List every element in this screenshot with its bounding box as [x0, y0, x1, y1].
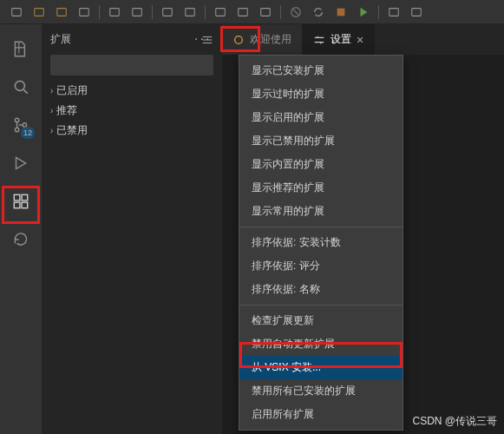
- tree-item-label: 已启用: [56, 83, 88, 98]
- svg-point-17: [15, 128, 18, 131]
- svg-rect-21: [14, 202, 20, 208]
- editor-tab[interactable]: 欢迎使用: [222, 24, 303, 55]
- activity-bar: 12: [0, 24, 42, 434]
- back-icon[interactable]: [128, 3, 147, 22]
- svg-rect-7: [186, 8, 195, 16]
- svg-rect-20: [22, 194, 28, 201]
- svg-point-16: [15, 118, 18, 122]
- refresh-icon[interactable]: [3, 222, 38, 257]
- menu-item[interactable]: 启用所有扩展: [239, 403, 403, 426]
- extensions-search-input[interactable]: [50, 55, 213, 76]
- open-folder-icon[interactable]: [29, 3, 49, 22]
- svg-point-23: [235, 36, 243, 43]
- svg-rect-9: [239, 8, 248, 16]
- open-project-icon[interactable]: [52, 3, 71, 22]
- new-file-icon[interactable]: [7, 3, 26, 22]
- menu-item[interactable]: 显示启用的扩展: [239, 106, 403, 129]
- menu-item[interactable]: 禁用所有已安装的扩展: [239, 379, 403, 403]
- svg-rect-5: [133, 8, 142, 16]
- menu-item[interactable]: 禁用自动更新扩展: [239, 332, 403, 356]
- stop-icon[interactable]: [331, 3, 350, 22]
- tab-label: 欢迎使用: [250, 32, 291, 47]
- tree-item-label: 已禁用: [56, 123, 88, 138]
- disable-icon[interactable]: [286, 3, 305, 22]
- save-icon[interactable]: [75, 3, 94, 22]
- broom-icon[interactable]: [256, 3, 275, 22]
- menu-item[interactable]: 显示推荐的扩展: [239, 176, 403, 200]
- menu-item[interactable]: 显示已禁用的扩展: [239, 129, 403, 153]
- tree-item[interactable]: ›已启用: [42, 81, 222, 101]
- editor-tabs: 欢迎使用设置×: [222, 24, 504, 55]
- forward-icon[interactable]: [158, 3, 177, 22]
- menu-item[interactable]: 检查扩展更新: [239, 309, 403, 332]
- run-icon[interactable]: [3, 146, 38, 181]
- svg-rect-8: [216, 8, 226, 16]
- chevron-right-icon: ›: [50, 106, 53, 115]
- sync-icon[interactable]: [309, 3, 328, 22]
- editor-tab[interactable]: 设置×: [303, 24, 375, 55]
- menu-item[interactable]: 显示常用的扩展: [239, 200, 403, 223]
- tab-label: 设置: [331, 32, 351, 47]
- brush-icon[interactable]: [233, 3, 252, 22]
- settings-icon: [313, 34, 325, 46]
- extensions-panel: 扩展 ›已启用›推荐›已禁用: [42, 24, 222, 434]
- source-control-icon[interactable]: 12: [3, 108, 38, 142]
- extensions-context-menu: 显示已安装扩展显示过时的扩展显示启用的扩展显示已禁用的扩展显示内置的扩展显示推荐…: [239, 55, 403, 431]
- svg-rect-19: [14, 194, 20, 201]
- terminal-icon[interactable]: [407, 3, 426, 22]
- svg-rect-0: [12, 8, 22, 16]
- extensions-icon[interactable]: [3, 184, 38, 219]
- menu-item[interactable]: 排序依据: 评分: [239, 254, 403, 278]
- menu-item[interactable]: 显示已安装扩展: [239, 59, 403, 82]
- badge: 12: [21, 127, 35, 139]
- svg-rect-1: [35, 8, 44, 16]
- search-icon[interactable]: [3, 69, 38, 104]
- more-actions-icon[interactable]: ···: [194, 31, 211, 47]
- debug-icon[interactable]: [384, 3, 403, 22]
- tree-item[interactable]: ›已禁用: [42, 121, 222, 141]
- svg-point-15: [15, 81, 24, 90]
- chevron-right-icon: ›: [50, 126, 53, 135]
- play-icon[interactable]: [354, 3, 373, 22]
- svg-rect-4: [110, 8, 120, 16]
- chevron-right-icon: ›: [50, 86, 53, 95]
- svg-rect-13: [389, 8, 399, 16]
- menu-item[interactable]: 从 VSIX 安装...: [239, 356, 403, 379]
- watermark-text: CSDN @传说三哥: [412, 414, 497, 429]
- svg-rect-14: [412, 8, 422, 16]
- svg-rect-12: [337, 8, 345, 16]
- close-icon[interactable]: ×: [357, 33, 363, 47]
- tree-item[interactable]: ›推荐: [42, 101, 222, 121]
- menu-item[interactable]: 排序依据: 名称: [239, 278, 403, 301]
- menu-item[interactable]: 排序依据: 安装计数: [239, 231, 403, 254]
- extensions-title: 扩展: [50, 32, 71, 47]
- tree-item-label: 推荐: [56, 103, 77, 118]
- welcome-icon: [232, 34, 245, 46]
- menu-item[interactable]: 显示内置的扩展: [239, 153, 403, 176]
- top-toolbar: [0, 0, 504, 24]
- svg-rect-10: [261, 8, 271, 16]
- menu-item[interactable]: 显示过时的扩展: [239, 82, 403, 106]
- svg-rect-3: [80, 8, 89, 16]
- save-all-icon[interactable]: [105, 3, 124, 22]
- svg-rect-22: [22, 202, 28, 208]
- diff-icon[interactable]: [211, 3, 230, 22]
- files-icon[interactable]: [3, 31, 38, 66]
- svg-rect-2: [57, 8, 67, 16]
- split-icon[interactable]: [180, 3, 200, 22]
- svg-rect-6: [163, 8, 173, 16]
